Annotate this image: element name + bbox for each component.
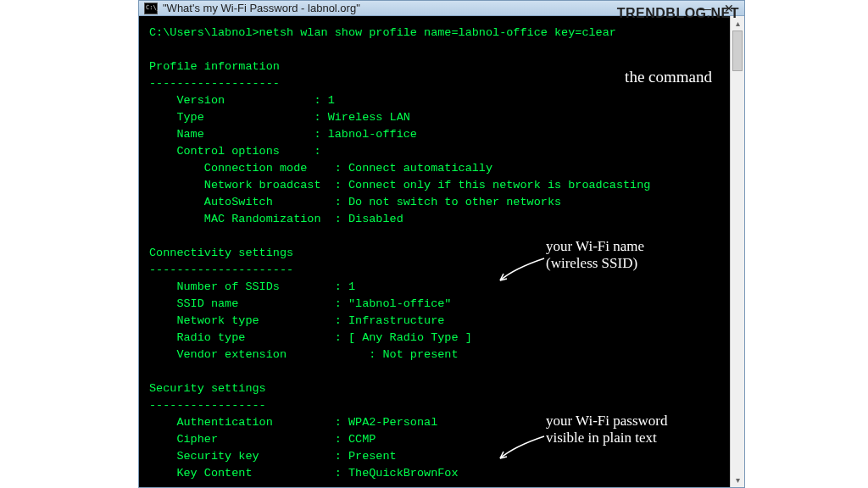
- cmd-window: "What's my Wi-Fi Password - labnol.org" …: [138, 0, 745, 488]
- cmd-icon: [144, 3, 158, 14]
- terminal-output[interactable]: C:\Users\labnol>netsh wlan show profile …: [139, 16, 730, 487]
- close-button[interactable]: ✕: [717, 2, 741, 15]
- scroll-thumb[interactable]: [732, 30, 743, 71]
- scroll-down-button[interactable]: ▾: [731, 473, 744, 487]
- vertical-scrollbar[interactable]: ▴ ▾: [730, 16, 744, 487]
- client-area: C:\Users\labnol>netsh wlan show profile …: [139, 16, 744, 487]
- titlebar[interactable]: "What's my Wi-Fi Password - labnol.org" …: [139, 1, 744, 16]
- window-title: "What's my Wi-Fi Password - labnol.org": [163, 2, 360, 14]
- minimize-button[interactable]: —: [693, 2, 717, 15]
- scroll-track[interactable]: [731, 30, 744, 473]
- scroll-up-button[interactable]: ▴: [731, 16, 744, 30]
